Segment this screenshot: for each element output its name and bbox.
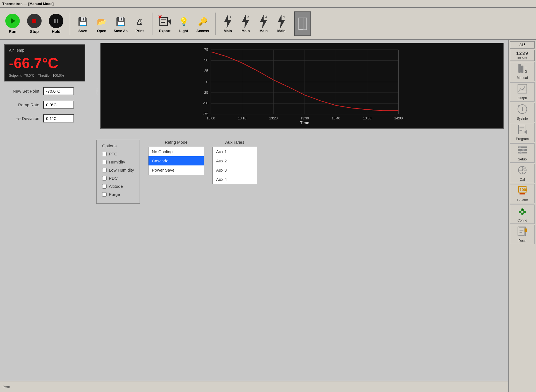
open-icon: 📂 [94,14,109,29]
new-set-point-row: New Set Point: [4,87,85,95]
deviation-label: +/- Deviation: [4,116,40,121]
sidebar-item-talarm[interactable]: 1000 T Alarm [510,184,535,203]
aux-title: Auxiliaries [212,140,257,145]
refrig-no-cooling[interactable]: No Cooling [149,147,204,156]
aux4-item[interactable]: Aux 4 [213,175,257,184]
sidebar-item-cal[interactable]: Cal [510,164,535,183]
sysinfo-icon: i [517,104,527,116]
options-box: Options PTC Humidity Low Humidity PDC [96,140,140,204]
save-as-icon: 💾 [113,14,128,29]
refrig-cascade[interactable]: Cascade [149,156,204,165]
aux-list: Aux 1 Aux 2 Aux 3 Aux 4 [212,147,257,184]
low-humidity-row: Low Humidity [102,168,134,172]
humidity-checkbox[interactable] [102,160,107,164]
pdc-checkbox[interactable] [102,176,107,181]
sidebar-item-docs[interactable]: Docs [510,225,535,244]
sidebar-item-sysinfo[interactable]: i SysInfo [510,103,535,122]
main2-label: Main [241,29,250,33]
stop-button[interactable]: Stop [25,13,44,35]
config-label: Config [518,218,527,222]
main1-label: Main [224,29,232,33]
light-button[interactable]: 💡 Light [175,13,192,34]
refrig-power-save[interactable]: Power Save [149,165,204,175]
altitude-checkbox[interactable] [102,184,107,189]
low-humidity-checkbox[interactable] [102,168,107,172]
svg-marker-8 [168,19,171,25]
main2-icon: 2 [238,14,253,29]
sidebar-item-program[interactable]: Program [510,123,535,142]
main3-button[interactable]: 3 Main [255,13,272,34]
save-label: Save [78,29,87,33]
separator-3 [215,13,216,35]
svg-text:13:40: 13:40 [332,116,340,120]
purge-label: Purge [109,192,120,197]
svg-text:25: 25 [204,69,208,73]
save-icon: 💾 [75,14,90,29]
panel-toggle[interactable] [294,11,311,36]
manual-icon: 3 1 [517,63,527,75]
svg-point-83 [519,211,521,213]
stop-icon [27,14,42,28]
hold-button[interactable]: Hold [46,13,66,35]
svg-text:13:10: 13:10 [238,116,247,120]
svg-rect-3 [57,19,58,23]
new-set-point-input[interactable] [43,87,74,95]
svg-point-85 [521,213,524,215]
altitude-label: Altitude [109,184,123,189]
toolbar: Run Stop Hold 💾 Save 📂 Open 💾 Save As [0,8,536,40]
svg-text:-25: -25 [203,90,208,95]
svg-text:13:30: 13:30 [300,116,309,120]
svg-rect-61 [518,125,525,134]
manual-label: Manual [517,76,528,80]
svg-text:50: 50 [204,58,208,62]
sidebar-top-display: 31° [510,41,535,49]
open-button[interactable]: 📂 Open [93,13,110,34]
ramp-rate-input[interactable] [43,101,74,109]
main4-button[interactable]: 4 Main [273,13,290,34]
print-button[interactable]: 🖨 Print [131,13,148,34]
aux3-item[interactable]: Aux 3 [213,165,257,175]
svg-text:3: 3 [265,15,267,18]
main4-label: Main [277,29,286,33]
sidebar-item-setup[interactable]: Setup [510,143,535,163]
export-icon [157,14,172,29]
sidebar-item-graph[interactable]: Graph [510,82,535,102]
ptc-checkbox[interactable] [102,152,107,156]
svg-rect-67 [518,149,527,151]
cal-icon [517,165,527,177]
deviation-input[interactable] [43,114,74,122]
sidebar-item-manual[interactable]: 3 1 Manual [510,62,535,81]
y-axis-label: Variable [94,43,100,134]
deviation-row: +/- Deviation: [4,114,85,122]
low-humidity-label: Low Humidity [109,168,134,172]
sidebar-item-config[interactable]: Config [510,205,535,224]
svg-text:14:00: 14:00 [394,116,403,120]
chart-container: 75 50 25 0 -25 -50 -75 13:00 13:10 13:20… [100,43,504,129]
stop-label: Stop [30,29,39,34]
svg-rect-2 [54,19,56,23]
svg-point-71 [520,151,522,154]
talarm-icon: 1000 [517,186,527,198]
options-title: Options [102,143,134,148]
svg-marker-0 [11,18,15,24]
svg-text:4: 4 [283,15,285,18]
aux1-item[interactable]: Aux 1 [213,147,257,156]
svg-text:13:20: 13:20 [269,116,278,120]
setup-label: Setup [518,157,527,161]
export-button[interactable]: Export [156,13,173,34]
purge-checkbox[interactable] [102,192,107,197]
air-temp-label: Air Temp [9,48,80,52]
refrig-list: No Cooling Cascade Power Save [148,147,204,175]
refrig-title: Refrig Mode [148,140,204,145]
save-button[interactable]: 💾 Save [74,13,91,34]
svg-text:i: i [522,106,523,112]
air-temp-value: -66.7°C [9,55,80,71]
main2-button[interactable]: 2 Main [237,13,254,34]
aux2-item[interactable]: Aux 2 [213,156,257,165]
save-as-button[interactable]: 💾 Save As [112,13,129,34]
access-button[interactable]: 🔑 Access [194,13,211,34]
sysinfo-label: SysInfo [517,117,528,121]
run-button[interactable]: Run [3,13,22,35]
hold-label: Hold [52,29,60,34]
main1-button[interactable]: 1 Main [219,13,236,34]
